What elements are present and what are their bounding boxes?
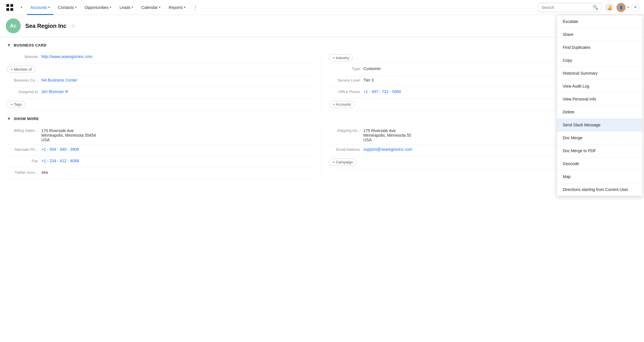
- assigned-to-value[interactable]: Jim Brennan ✣: [41, 89, 68, 94]
- calendar-chevron-icon: ▾: [159, 5, 161, 9]
- business-card-left: Website http://www.searegioninc.com + Me…: [7, 52, 322, 111]
- user-menu-chevron-icon[interactable]: ▾: [627, 5, 629, 9]
- billing-address-value: 175 Riverside Ave Minneapolis, Minnesota…: [41, 128, 96, 142]
- bell-icon: 🔔: [607, 5, 612, 10]
- twitter-value: sea: [41, 170, 48, 175]
- dropdown-item-delete[interactable]: Delete: [557, 106, 643, 119]
- shipping-address-value: 175 Riverside Ave Minneapolis, Minnesota…: [363, 128, 411, 142]
- business-center-value[interactable]: NA Business Center: [41, 78, 77, 82]
- business-card-fields: Website http://www.searegioninc.com + Me…: [7, 52, 637, 111]
- record-header: Ac Sea Region Inc ☆ Follow ‹ › Edit ▾ »: [0, 15, 644, 37]
- record-body: ▼ BUSINESS CARD Website http://www.seare…: [0, 37, 644, 342]
- nav-item-calendar[interactable]: Calendar ▾: [138, 0, 164, 15]
- add-accounts-button[interactable]: + Accounts: [329, 101, 355, 108]
- record-avatar: Ac: [6, 18, 21, 33]
- business-card-title: BUSINESS CARD: [14, 43, 47, 47]
- add-member-of-button[interactable]: + Member of: [7, 66, 35, 73]
- add-industry-button[interactable]: + Industry: [329, 54, 353, 61]
- user-avatar[interactable]: 👤: [616, 3, 626, 12]
- fax-value[interactable]: +1 - 234 - 412 - 4068: [41, 159, 79, 163]
- dropdown-item-share[interactable]: Share: [557, 37, 643, 41]
- nav-item-accounts[interactable]: Accounts ▾: [27, 0, 53, 15]
- actions-dropdown-menu: EscalateShareFind DuplicatesCopyHistoric…: [557, 37, 643, 196]
- nav-item-leads[interactable]: Leads ▾: [116, 0, 137, 15]
- app-logo[interactable]: [5, 2, 15, 13]
- business-card-section: ▼ BUSINESS CARD Website http://www.seare…: [7, 43, 637, 111]
- record-name: Sea Region Inc: [25, 23, 66, 29]
- svg-rect-1: [10, 4, 13, 7]
- show-more-section: ▼ SHOW MORE Billing Addre... 175 Riversi…: [7, 116, 637, 179]
- search-box: 🔍: [538, 3, 601, 12]
- show-more-left: Billing Addre... 175 Riverside Ave Minne…: [7, 125, 322, 179]
- navbar: ▾ Accounts ▾ Contacts ▾ Opportunities ▾ …: [0, 0, 644, 15]
- dropdown-item-map[interactable]: Map: [557, 170, 643, 183]
- notifications-button[interactable]: 🔔: [605, 3, 614, 12]
- office-phone-value[interactable]: +1 - 497 - 731 - 5060: [363, 89, 401, 94]
- dropdown-item-doc-merge-to-pdf[interactable]: Doc Merge to PDF: [557, 144, 643, 157]
- opportunities-chevron-icon: ▾: [110, 5, 111, 9]
- dropdown-item-copy[interactable]: Copy: [557, 54, 643, 67]
- service-level-value: Tier 3: [363, 78, 373, 82]
- nav-item-opportunities[interactable]: Opportunities ▾: [81, 0, 115, 15]
- nav-logo-chevron[interactable]: ▾: [17, 0, 26, 15]
- favorite-star-icon[interactable]: ☆: [71, 22, 76, 29]
- nav-item-contacts[interactable]: Contacts ▾: [55, 0, 80, 15]
- dropdown-item-view-personal-info[interactable]: View Personal Info: [557, 93, 643, 106]
- accounts-chevron-icon: ▾: [48, 5, 50, 9]
- contacts-chevron-icon: ▾: [75, 5, 77, 9]
- type-value: Customer: [363, 66, 381, 71]
- field-website: Website http://www.searegioninc.com: [7, 52, 315, 63]
- dropdown-item-send-slack-message[interactable]: Send Slack Message: [557, 119, 643, 132]
- create-new-button[interactable]: +: [631, 3, 639, 11]
- field-assigned-to: Assigned to Jim Brennan ✣: [7, 87, 315, 98]
- dropdown-item-historical-summary[interactable]: Historical Summary: [557, 67, 643, 80]
- search-icon[interactable]: 🔍: [593, 5, 598, 10]
- search-input[interactable]: [541, 5, 590, 10]
- field-twitter: Twitter Acco... sea: [7, 168, 315, 179]
- field-member-of: + Member of: [7, 63, 315, 76]
- show-more-title: SHOW MORE: [14, 117, 39, 121]
- dropdown-item-geocode[interactable]: Geocode: [557, 157, 643, 170]
- main-content: ▼ BUSINESS CARD Website http://www.seare…: [0, 37, 644, 342]
- leads-chevron-icon: ▾: [132, 5, 133, 9]
- field-alternate-phone: Alternate Ph... +1 - 934 - 940 - 3909: [7, 145, 315, 156]
- dropdown-item-find-duplicates[interactable]: Find Duplicates: [557, 41, 643, 54]
- svg-rect-2: [6, 8, 9, 11]
- alternate-phone-value[interactable]: +1 - 934 - 940 - 3909: [41, 147, 79, 152]
- business-card-header: ▼ BUSINESS CARD: [7, 43, 637, 47]
- dropdown-item-doc-merge[interactable]: Doc Merge: [557, 132, 643, 144]
- field-fax: Fax +1 - 234 - 412 - 4068: [7, 156, 315, 168]
- logo-chevron-icon: ▾: [21, 5, 22, 9]
- email-address-value[interactable]: support@searegioninc.com: [363, 147, 412, 152]
- show-more-toggle[interactable]: ▼: [7, 116, 11, 121]
- add-tags-button[interactable]: + Tags: [7, 101, 25, 108]
- svg-rect-3: [10, 8, 13, 11]
- dropdown-item-directions-starting-from-current-user[interactable]: Directions starting from Current User: [557, 183, 643, 196]
- svg-rect-0: [6, 4, 9, 7]
- field-tags: + Tags: [7, 98, 315, 111]
- add-campaign-button[interactable]: + Campaign: [329, 159, 356, 166]
- nav-more-button[interactable]: ⋮: [190, 4, 200, 11]
- reports-chevron-icon: ▾: [184, 5, 186, 9]
- field-business-center: Business Ce... NA Business Center: [7, 76, 315, 87]
- show-more-header: ▼ SHOW MORE: [7, 116, 637, 121]
- business-card-toggle[interactable]: ▼: [7, 43, 11, 47]
- field-billing-address: Billing Addre... 175 Riverside Ave Minne…: [7, 125, 315, 145]
- avatar-image: 👤: [619, 5, 623, 9]
- dropdown-item-view-audit-log[interactable]: View Audit Log: [557, 80, 643, 93]
- show-more-fields: Billing Addre... 175 Riverside Ave Minne…: [7, 125, 637, 179]
- website-value[interactable]: http://www.searegioninc.com: [41, 54, 92, 59]
- nav-item-reports[interactable]: Reports ▾: [165, 0, 189, 15]
